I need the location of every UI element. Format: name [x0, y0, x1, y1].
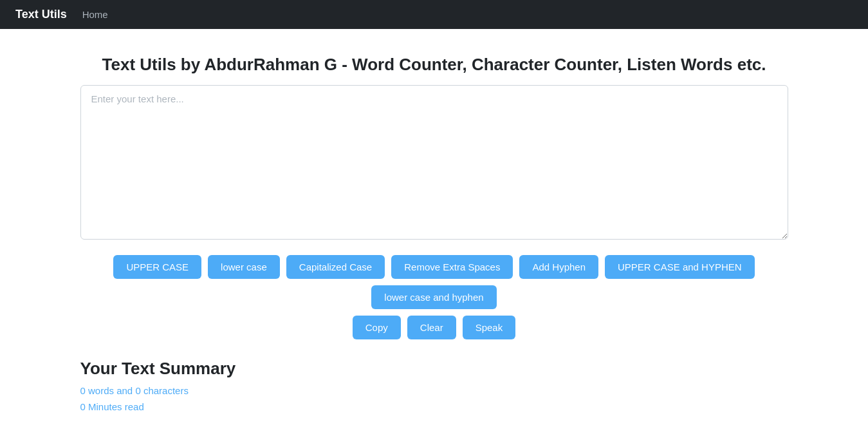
capitalized-case-button[interactable]: Capitalized Case — [286, 255, 385, 279]
summary-title: Your Text Summary — [80, 359, 788, 379]
buttons-row-1: UPPER CASE lower case Capitalized Case R… — [80, 255, 788, 309]
summary-stats: 0 words and 0 characters — [80, 385, 788, 396]
main-content: Text Utils by AbdurRahman G - Word Count… — [68, 29, 801, 427]
add-hyphen-button[interactable]: Add Hyphen — [519, 255, 598, 279]
navbar-brand[interactable]: Text Utils — [15, 8, 67, 21]
lower-case-button[interactable]: lower case — [208, 255, 280, 279]
main-textarea[interactable] — [80, 85, 788, 240]
clear-button[interactable]: Clear — [407, 316, 456, 339]
speak-button[interactable]: Speak — [463, 316, 516, 339]
copy-button[interactable]: Copy — [353, 316, 401, 339]
upper-case-hyphen-button[interactable]: UPPER CASE and HYPHEN — [605, 255, 755, 279]
buttons-row-2: Copy Clear Speak — [80, 316, 788, 339]
navbar-link-home[interactable]: Home — [82, 9, 108, 20]
remove-extra-spaces-button[interactable]: Remove Extra Spaces — [391, 255, 513, 279]
textarea-wrapper — [80, 85, 788, 242]
navbar: Text Utils Home — [0, 0, 868, 29]
summary-read-time: 0 Minutes read — [80, 401, 788, 412]
page-title: Text Utils by AbdurRahman G - Word Count… — [80, 55, 788, 75]
upper-case-button[interactable]: UPPER CASE — [113, 255, 201, 279]
lower-case-hyphen-button[interactable]: lower case and hyphen — [371, 285, 496, 309]
summary-section: Your Text Summary 0 words and 0 characte… — [80, 359, 788, 412]
